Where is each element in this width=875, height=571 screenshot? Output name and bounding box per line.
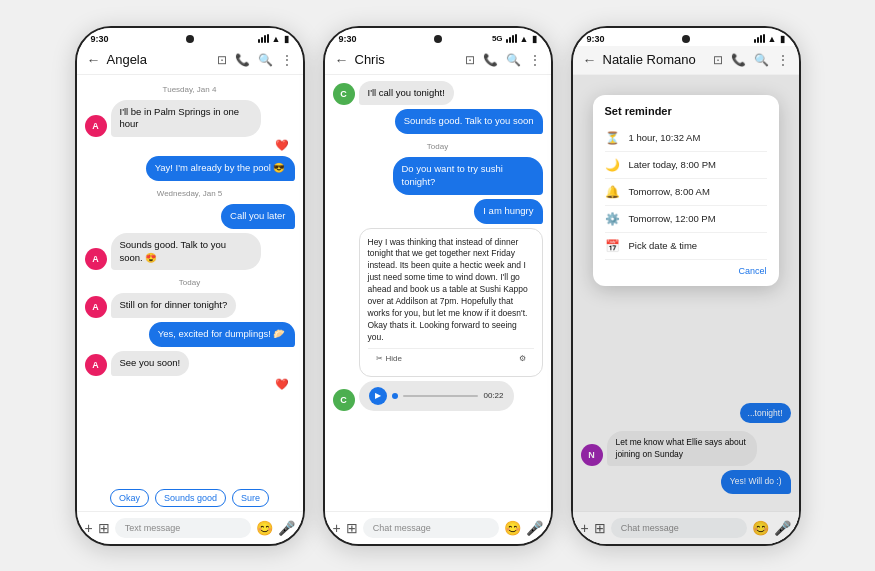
reminder-option-1-label: 1 hour, 10:32 AM <box>629 132 701 143</box>
quick-reply-sure[interactable]: Sure <box>232 489 269 507</box>
chat-header-1: ← Angela ⊡ 📞 🔍 ⋮ <box>77 46 303 75</box>
search-icon-3[interactable]: 🔍 <box>754 53 769 67</box>
back-button-2[interactable]: ← <box>335 52 349 68</box>
wifi-icon-1: ▲ <box>272 34 281 44</box>
phone-icon-3[interactable]: 📞 <box>731 53 746 67</box>
hide-icon-2[interactable]: ✂ Hide <box>376 353 402 364</box>
avatar-1c: A <box>85 296 107 318</box>
date-label-1b: Wednesday, Jan 5 <box>85 189 295 198</box>
audio-dot-2 <box>392 393 398 399</box>
msg-row-2e: Hey I was thinking that instead of dinne… <box>333 228 543 377</box>
wifi-icon-2: ▲ <box>520 34 529 44</box>
back-button-3[interactable]: ← <box>583 52 597 68</box>
signal-icon-2 <box>506 34 517 43</box>
text-input-2[interactable]: Chat message <box>363 518 499 538</box>
reminder-option-4-label: Tomorrow, 12:00 PM <box>629 213 716 224</box>
bubble-1g: See you soon! <box>111 351 190 376</box>
time-3: 9:30 <box>587 34 605 44</box>
search-icon-2[interactable]: 🔍 <box>506 53 521 67</box>
msg-row-1f: Yes, excited for dumplings! 🥟 <box>85 322 295 347</box>
quick-reply-okay[interactable]: Okay <box>110 489 149 507</box>
emoji-icon-1[interactable]: 😊 <box>256 520 273 536</box>
status-icons-1: ▲ ▮ <box>258 34 289 44</box>
mic-icon-1[interactable]: 🎤 <box>278 520 295 536</box>
mic-icon-2[interactable]: 🎤 <box>526 520 543 536</box>
bubble-1d: Sounds good. Talk to you soon. 😍 <box>111 233 261 271</box>
play-button-2[interactable]: ▶ <box>369 387 387 405</box>
audio-bubble-2: ▶ 00:22 <box>359 381 514 411</box>
avatar-2a: C <box>333 83 355 105</box>
msg-row-1e: A Still on for dinner tonight? <box>85 293 295 318</box>
reminder-option-3[interactable]: 🔔 Tomorrow, 8:00 AM <box>605 179 767 206</box>
camera-dot-3 <box>682 35 690 43</box>
phone-icon-1[interactable]: 📞 <box>235 53 250 67</box>
reminder-cancel-button[interactable]: Cancel <box>605 260 767 276</box>
back-button-1[interactable]: ← <box>87 52 101 68</box>
hide-label-2[interactable]: Hide <box>386 353 402 364</box>
more-icon-1[interactable]: ⋮ <box>281 53 293 67</box>
more-icon-2[interactable]: ⋮ <box>529 53 541 67</box>
date-label-1c: Today <box>85 278 295 287</box>
phone-3-body: ...tonight! N Let me know what Ellie say… <box>573 75 799 544</box>
heart-1a: ❤️ <box>85 139 295 152</box>
date-label-2: Today <box>333 142 543 151</box>
phone-2: 9:30 5G ▲ ▮ ← Chris ⊡ 📞 🔍 ⋮ C I'll c <box>323 26 553 546</box>
bubble-1a: I'll be in Palm Springs in one hour <box>111 100 261 138</box>
bubble-2c: Do you want to try sushi tonight? <box>393 157 543 195</box>
video-icon-3[interactable]: ⊡ <box>713 53 723 67</box>
chat-body-2: C I'll call you tonight! Sounds good. Ta… <box>325 75 551 511</box>
bubble-1c: Call you later <box>221 204 294 229</box>
avatar-1b: A <box>85 248 107 270</box>
bubble-2d: I am hungry <box>474 199 542 224</box>
calendar-icon: 📅 <box>605 239 621 253</box>
avatar-2b: C <box>333 389 355 411</box>
more-icon-3[interactable]: ⋮ <box>777 53 789 67</box>
gear-icon-2[interactable]: ⚙ <box>519 353 526 364</box>
plus-icon-2[interactable]: + <box>333 520 341 536</box>
quick-reply-sounds-good[interactable]: Sounds good <box>155 489 226 507</box>
reminder-option-5-label: Pick date & time <box>629 240 698 251</box>
video-icon-2[interactable]: ⊡ <box>465 53 475 67</box>
phone-3: 9:30 ▲ ▮ ← Natalie Romano ⊡ 📞 🔍 ⋮ <box>571 26 801 546</box>
emoji-icon-2[interactable]: 😊 <box>504 520 521 536</box>
chat-header-3: ← Natalie Romano ⊡ 📞 🔍 ⋮ <box>573 46 799 75</box>
phone-1: 9:30 ▲ ▮ ← Angela ⊡ 📞 🔍 ⋮ Tuesday, Jan 4… <box>75 26 305 546</box>
reminder-modal: Set reminder ⏳ 1 hour, 10:32 AM 🌙 Later … <box>593 95 779 286</box>
contact-name-1: Angela <box>107 52 211 67</box>
camera-dot-2 <box>434 35 442 43</box>
search-icon-1[interactable]: 🔍 <box>258 53 273 67</box>
sticker-icon-2[interactable]: ⊞ <box>346 520 358 536</box>
sticker-icon-1[interactable]: ⊞ <box>98 520 110 536</box>
quick-replies-1: Okay Sounds good Sure <box>77 485 303 511</box>
msg-row-1: A I'll be in Palm Springs in one hour <box>85 100 295 138</box>
chat-body-1: Tuesday, Jan 4 A I'll be in Palm Springs… <box>77 75 303 485</box>
moon-icon: 🌙 <box>605 158 621 172</box>
reminder-option-1[interactable]: ⏳ 1 hour, 10:32 AM <box>605 125 767 152</box>
phone-icon-2[interactable]: 📞 <box>483 53 498 67</box>
bubble-2a: I'll call you tonight! <box>359 81 454 106</box>
bubble-1b: Yay! I'm already by the pool 😎 <box>146 156 295 181</box>
signal-icon-1 <box>258 34 269 43</box>
msg-row-2b: Sounds good. Talk to you soon <box>333 109 543 134</box>
gear-icon-3: ⚙️ <box>605 212 621 226</box>
video-icon-1[interactable]: ⊡ <box>217 53 227 67</box>
reminder-option-4[interactable]: ⚙️ Tomorrow, 12:00 PM <box>605 206 767 233</box>
battery-icon-3: ▮ <box>780 34 785 44</box>
text-input-1[interactable]: Text message <box>115 518 251 538</box>
reminder-option-2[interactable]: 🌙 Later today, 8:00 PM <box>605 152 767 179</box>
msg-row-2f: C ▶ 00:22 <box>333 381 543 411</box>
reminder-option-5[interactable]: 📅 Pick date & time <box>605 233 767 260</box>
status-bar-1: 9:30 ▲ ▮ <box>77 28 303 46</box>
contact-name-3: Natalie Romano <box>603 52 707 67</box>
chat-header-2: ← Chris ⊡ 📞 🔍 ⋮ <box>325 46 551 75</box>
date-label-1a: Tuesday, Jan 4 <box>85 85 295 94</box>
msg-row-1d: A Sounds good. Talk to you soon. 😍 <box>85 233 295 271</box>
audio-duration-2: 00:22 <box>483 391 503 400</box>
reminder-title: Set reminder <box>605 105 767 117</box>
bubble-2b: Sounds good. Talk to you soon <box>395 109 543 134</box>
msg-row-2d: I am hungry <box>333 199 543 224</box>
status-icons-2: 5G ▲ ▮ <box>492 34 537 44</box>
time-2: 9:30 <box>339 34 357 44</box>
msg-row-2a: C I'll call you tonight! <box>333 81 543 106</box>
plus-icon-1[interactable]: + <box>85 520 93 536</box>
